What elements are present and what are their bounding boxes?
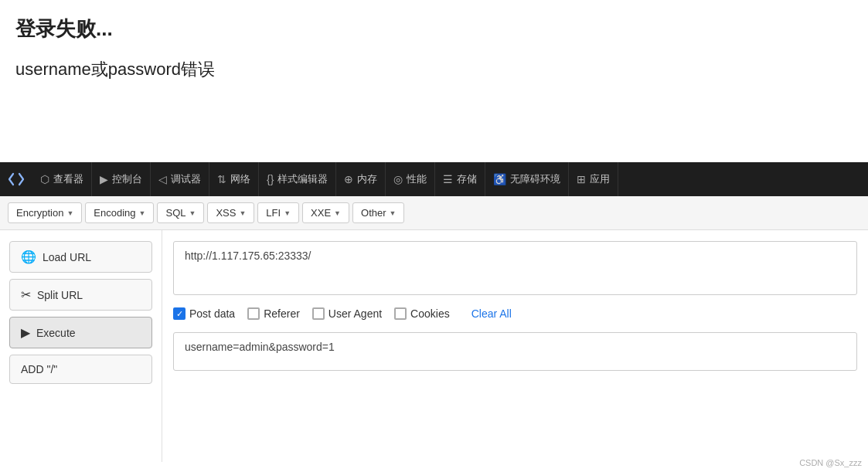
cookies-checkbox-item[interactable]: Cookies (394, 307, 450, 320)
load-url-icon: 🌐 (21, 250, 36, 264)
sql-dropdown-arrow: ▼ (189, 209, 196, 217)
devtools-tab-memory[interactable]: ⊕ 内存 (336, 162, 386, 196)
devtools-tab-console[interactable]: ▶ 控制台 (92, 162, 151, 196)
post-data-checkbox[interactable] (173, 307, 186, 320)
right-panel: http://1.117.175.65:23333/ Post data Ref… (162, 230, 868, 462)
devtools-tab-accessibility[interactable]: ♿ 无障碍环境 (485, 162, 569, 196)
encryption-dropdown-arrow: ▼ (66, 209, 73, 217)
user-agent-checkbox[interactable] (312, 307, 325, 320)
devtools-logo (3, 166, 29, 192)
xss-dropdown-arrow: ▼ (239, 209, 246, 217)
console-icon: ▶ (100, 173, 108, 185)
devtools-tab-inspector[interactable]: ⬡ 查看器 (32, 162, 92, 196)
referer-checkbox-item[interactable]: Referer (247, 307, 300, 320)
watermark: CSDN @Sx_zzz (799, 458, 862, 467)
devtools-bar: ⬡ 查看器 ▶ 控制台 ◁ 调试器 ⇅ 网络 {} 样式编辑器 ⊕ 内存 ◎ 性… (0, 162, 868, 196)
post-data-value: username=admin&password=1 (185, 341, 335, 353)
devtools-tab-storage[interactable]: ☰ 存储 (435, 162, 485, 196)
tool-area: 🌐 Load URL ✂ Split URL ▶ Execute ADD "/"… (0, 230, 868, 462)
load-url-button[interactable]: 🌐 Load URL (9, 241, 152, 273)
encoding-dropdown[interactable]: Encoding ▼ (85, 202, 154, 223)
devtools-tab-performance[interactable]: ◎ 性能 (386, 162, 435, 196)
execute-icon: ▶ (21, 325, 30, 340)
split-url-button[interactable]: ✂ Split URL (9, 279, 152, 311)
user-agent-checkbox-item[interactable]: User Agent (312, 307, 382, 320)
lfi-dropdown-arrow: ▼ (284, 209, 291, 217)
memory-icon: ⊕ (344, 173, 353, 185)
encryption-dropdown[interactable]: Encryption ▼ (8, 202, 82, 223)
toolbar: Encryption ▼ Encoding ▼ SQL ▼ XSS ▼ LFI … (0, 196, 868, 230)
url-value: http://1.117.175.65:23333/ (185, 250, 311, 262)
devtools-tab-style-editor[interactable]: {} 样式编辑器 (259, 162, 336, 196)
other-dropdown-arrow: ▼ (390, 209, 397, 217)
clear-all-button[interactable]: Clear All (468, 307, 515, 320)
left-panel: 🌐 Load URL ✂ Split URL ▶ Execute ADD "/" (0, 230, 162, 462)
split-url-icon: ✂ (21, 287, 31, 302)
sql-dropdown[interactable]: SQL ▼ (157, 202, 204, 223)
post-data-box[interactable]: username=admin&password=1 (173, 332, 857, 371)
checks-row: Post data Referer User Agent Cookies Cle… (173, 303, 857, 324)
debugger-icon: ◁ (158, 173, 167, 185)
storage-icon: ☰ (443, 173, 453, 185)
xxe-dropdown-arrow: ▼ (334, 209, 341, 217)
xss-dropdown[interactable]: XSS ▼ (207, 202, 254, 223)
encoding-dropdown-arrow: ▼ (139, 209, 146, 217)
accessibility-icon: ♿ (493, 173, 506, 185)
style-editor-icon: {} (267, 173, 274, 185)
inspector-icon: ⬡ (40, 173, 49, 185)
lfi-dropdown[interactable]: LFI ▼ (257, 202, 299, 223)
cookies-checkbox[interactable] (394, 307, 407, 320)
url-input-box[interactable]: http://1.117.175.65:23333/ (173, 241, 857, 295)
login-fail-desc: username或password错误 (15, 58, 853, 81)
devtools-tab-debugger[interactable]: ◁ 调试器 (151, 162, 209, 196)
add-slash-button[interactable]: ADD "/" (9, 355, 152, 384)
applications-icon: ⊞ (577, 173, 586, 185)
other-dropdown[interactable]: Other ▼ (352, 202, 404, 223)
xxe-dropdown[interactable]: XXE ▼ (302, 202, 349, 223)
execute-button[interactable]: ▶ Execute (9, 317, 152, 348)
devtools-tab-applications[interactable]: ⊞ 应用 (569, 162, 618, 196)
referer-checkbox[interactable] (247, 307, 260, 320)
performance-icon: ◎ (393, 173, 403, 185)
network-icon: ⇅ (217, 173, 226, 185)
post-data-checkbox-item[interactable]: Post data (173, 307, 235, 320)
devtools-tab-network[interactable]: ⇅ 网络 (209, 162, 259, 196)
content-area: 登录失败... username或password错误 (0, 0, 868, 162)
login-fail-title: 登录失败... (15, 15, 853, 42)
